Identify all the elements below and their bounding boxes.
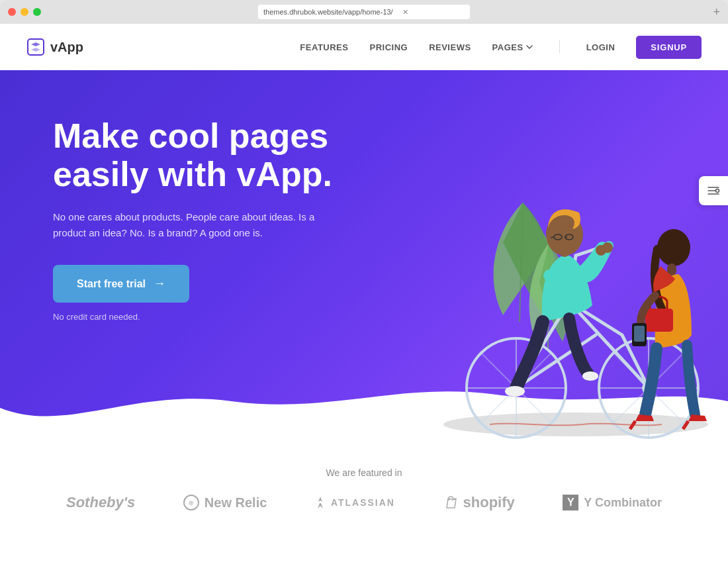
nav-divider [559, 40, 560, 54]
brand-newrelic: ◎ New Relic [183, 495, 267, 510]
hero-illustration-svg [344, 70, 728, 448]
svg-point-31 [657, 229, 690, 266]
dot-red[interactable] [8, 8, 16, 16]
nav-features[interactable]: FEATURES [300, 42, 348, 52]
logo-icon [26, 38, 45, 56]
signup-button[interactable]: SIGNUP [636, 36, 702, 59]
nav-links: FEATURES PRICING REVIEWS PAGES LOGIN SIG… [300, 36, 702, 59]
nav-reviews[interactable]: REVIEWS [429, 42, 471, 52]
hero-section: Make cool pages easily with vApp. No one… [0, 70, 728, 448]
brand-sothebys: Sotheby's [66, 494, 135, 511]
brand-ycombinator: Y Y Combinator [563, 495, 662, 510]
hero-note: No credit card needed. [53, 312, 344, 322]
start-trial-button[interactable]: Start free trial → [53, 265, 189, 303]
hero-title: Make cool pages easily with vApp. [53, 117, 344, 193]
logo[interactable]: vApp [26, 38, 83, 56]
new-tab-button[interactable]: + [713, 5, 720, 19]
website-content: vApp FEATURES PRICING REVIEWS PAGES LOGI… [0, 24, 728, 582]
ycombinator-icon: Y [563, 495, 578, 510]
svg-line-29 [551, 237, 554, 238]
chevron-down-icon [526, 45, 533, 50]
hero-illustration [344, 70, 728, 448]
svg-point-22 [596, 245, 606, 256]
nav-pages-dropdown[interactable]: PAGES [492, 42, 533, 52]
settings-icon [707, 185, 720, 196]
navbar: vApp FEATURES PRICING REVIEWS PAGES LOGI… [0, 24, 728, 70]
svg-rect-37 [634, 326, 645, 342]
nav-pages-label: PAGES [492, 42, 523, 52]
nav-pricing[interactable]: PRICING [369, 42, 408, 52]
svg-point-23 [505, 386, 525, 397]
featured-label: We are featured in [53, 467, 675, 478]
hero-subtitle: No one cares about products. People care… [53, 209, 318, 241]
svg-point-4 [716, 189, 719, 193]
atlassian-icon [315, 497, 326, 509]
shopify-icon [443, 495, 458, 510]
browser-dots [8, 8, 41, 16]
brand-atlassian: ATLASSIAN [315, 497, 395, 509]
dot-yellow[interactable] [21, 8, 28, 16]
logo-text: vApp [50, 40, 83, 55]
settings-float-button[interactable] [699, 176, 728, 205]
svg-rect-35 [645, 309, 673, 332]
hero-content: Make cool pages easily with vApp. No one… [0, 70, 344, 322]
login-button[interactable]: LOGIN [586, 42, 615, 52]
brand-shopify: shopify [443, 494, 515, 511]
dot-green[interactable] [33, 8, 41, 16]
atlassian-text: ATLASSIAN [331, 497, 395, 508]
svg-point-24 [582, 371, 598, 381]
featured-logos: Sotheby's ◎ New Relic ATLASSIAN [53, 494, 675, 511]
sothebys-text: Sotheby's [66, 494, 135, 511]
browser-addressbar[interactable]: themes.dhrubok.website/vapp/home-13/ ✕ [258, 5, 470, 19]
trial-button-label: Start free trial [77, 278, 146, 290]
newrelic-text: New Relic [205, 495, 267, 510]
ycombinator-text: Y Combinator [584, 496, 662, 510]
trial-arrow-icon: → [154, 277, 165, 291]
browser-titlebar: themes.dhrubok.website/vapp/home-13/ ✕ + [0, 0, 728, 24]
featured-section: We are featured in Sotheby's ◎ New Relic… [0, 448, 728, 524]
shopify-text: shopify [463, 494, 515, 511]
newrelic-icon: ◎ [183, 495, 199, 510]
tab-close-icon[interactable]: ✕ [402, 8, 408, 17]
browser-chrome: themes.dhrubok.website/vapp/home-13/ ✕ + [0, 0, 728, 24]
url-text: themes.dhrubok.website/vapp/home-13/ [263, 8, 393, 16]
svg-rect-0 [28, 39, 44, 55]
